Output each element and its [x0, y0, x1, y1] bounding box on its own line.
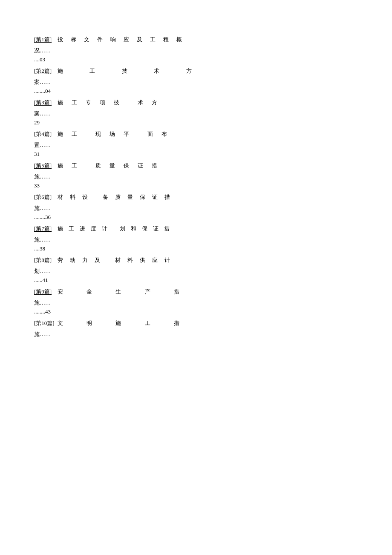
chapter-chars-9: 安 全 生 产 措: [58, 286, 179, 297]
toc-continuation-1: 况……: [34, 45, 358, 56]
toc-continuation-2: 案……: [34, 77, 358, 88]
toc-entry-1: [第1篇] 投 标 文 件 响 应 及 工 程 概 况……: [34, 34, 358, 63]
toc-row-7-line1: [第7篇] 施 工 进 度 计 划 和 保 证 措: [34, 223, 358, 234]
chapter-label-4: [第4篇]: [34, 129, 52, 140]
chapter-chars-6: 材 料 设 备 质 量 保 证 措: [58, 192, 170, 203]
toc-row-3-line1: [第3篇] 施 工 专 项 技 术 方: [34, 97, 358, 108]
chapter-label-8: [第8篇]: [34, 255, 52, 266]
toc-continuation-6: 施……: [34, 203, 358, 214]
toc-continuation-9: 施……: [34, 297, 358, 308]
toc-page-6: ........36: [34, 214, 358, 221]
toc-page-2: ........04: [34, 88, 358, 95]
toc-row-5-line1: [第5篇] 施 工 质 量 保 证 措: [34, 160, 358, 171]
chapter-chars-3: 施 工 专 项 技 术 方: [58, 97, 157, 108]
chapter-label-7: [第7篇]: [34, 223, 52, 234]
chapter-label-5: [第5篇]: [34, 160, 52, 171]
chapter-chars-5: 施 工 质 量 保 证 措: [58, 160, 157, 171]
chapter-chars-10: 文 明 施 工 措: [58, 318, 179, 329]
toc-page-1: ....03: [34, 56, 358, 63]
toc-row-1-line1: [第1篇] 投 标 文 件 响 应 及 工 程 概: [34, 34, 358, 45]
chapter-chars-8: 劳 动 力 及 材 料 供 应 计: [58, 255, 170, 266]
toc-content: [第1篇] 投 标 文 件 响 应 及 工 程 概 况……: [34, 26, 358, 340]
chapter-chars-7: 施 工 进 度 计 划 和 保 证 措: [58, 223, 170, 234]
toc-row-2-line1: [第2篇] 施 工 技 术 方: [34, 66, 358, 77]
toc-page-9: ........43: [34, 308, 358, 315]
toc-entry-4: [第4篇] 施 工 现 场 平 面 布 置…… 31: [34, 129, 358, 158]
chapter-chars-1: 投 标 文 件 响 应 及 工 程 概: [58, 34, 182, 45]
toc-entry-9: [第9篇] 安 全 生 产 措 施…… ........: [34, 286, 358, 315]
toc-entry-2: [第2篇] 施 工 技 术 方 案…… ....: [34, 66, 358, 95]
toc-row-4-line1: [第4篇] 施 工 现 场 平 面 布: [34, 129, 358, 140]
toc-continuation-8: 划……: [34, 266, 358, 277]
toc-row-6-line1: [第6篇] 材 料 设 备 质 量 保 证 措: [34, 192, 358, 203]
toc-entry-7: [第7篇] 施 工 进 度 计 划 和 保 证 措 施……: [34, 223, 358, 252]
chapter-label-1: [第1篇]: [34, 34, 52, 45]
toc-page-3: 29: [34, 119, 358, 126]
chapter-label-6: [第6篇]: [34, 192, 52, 203]
toc-row-8-line1: [第8篇] 劳 动 力 及 材 料 供 应 计: [34, 255, 358, 266]
toc-entry-3: [第3篇] 施 工 专 项 技 术 方 案…… 29: [34, 97, 358, 126]
page-container: [第1篇] 投 标 文 件 响 应 及 工 程 概 况……: [0, 0, 392, 555]
toc-row-9-line1: [第9篇] 安 全 生 产 措: [34, 286, 358, 297]
toc-row-10-line1: [第10篇] 文 明 施 工 措: [34, 318, 358, 329]
toc-entry-10: [第10篇] 文 明 施 工 措 施……: [34, 318, 358, 340]
toc-entry-5: [第5篇] 施 工 质 量 保 证 措 施…… 33: [34, 160, 358, 189]
toc-continuation-5: 施……: [34, 171, 358, 182]
chapter-chars-2: 施 工 技 术 方: [58, 66, 192, 77]
toc-continuation-4: 置……: [34, 140, 358, 151]
chapter-label-2: [第2篇]: [34, 66, 52, 77]
toc-entry-8: [第8篇] 劳 动 力 及 材 料 供 应 计 划……: [34, 255, 358, 284]
chapter-chars-4: 施 工 现 场 平 面 布: [58, 129, 167, 140]
toc-page-5: 33: [34, 182, 358, 189]
toc-page-8: ......41: [34, 277, 358, 284]
toc-page-7: ....38: [34, 245, 358, 252]
toc-continuation-10: 施……: [34, 329, 358, 340]
toc-entry-6: [第6篇] 材 料 设 备 质 量 保 证 措 施……: [34, 192, 358, 221]
chapter-label-10: [第10篇]: [34, 318, 55, 329]
toc-continuation-7: 施……: [34, 234, 358, 245]
toc-page-4: 31: [34, 151, 358, 158]
toc-continuation-3: 案……: [34, 108, 358, 119]
chapter-label-3: [第3篇]: [34, 97, 52, 108]
chapter-label-9: [第9篇]: [34, 286, 52, 297]
